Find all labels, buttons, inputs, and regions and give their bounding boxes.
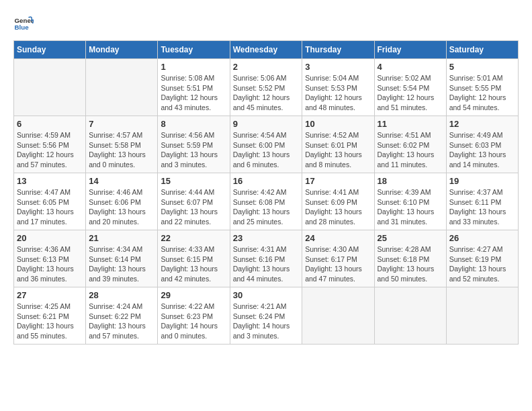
calendar-cell [446, 287, 518, 345]
calendar-table: SundayMondayTuesdayWednesdayThursdayFrid… [13, 40, 519, 345]
day-number: 12 [449, 119, 515, 129]
day-detail: Sunrise: 4:39 AM Sunset: 6:10 PM Dayligh… [378, 187, 443, 227]
week-row-4: 20Sunrise: 4:36 AM Sunset: 6:13 PM Dayli… [14, 230, 519, 287]
day-header-friday: Friday [374, 41, 446, 59]
day-detail: Sunrise: 4:51 AM Sunset: 6:02 PM Dayligh… [378, 130, 443, 170]
calendar-cell: 7Sunrise: 4:57 AM Sunset: 5:58 PM Daylig… [86, 116, 158, 173]
calendar-cell [302, 287, 374, 345]
calendar-cell: 8Sunrise: 4:56 AM Sunset: 5:59 PM Daylig… [158, 116, 230, 173]
day-number: 30 [233, 290, 300, 300]
day-detail: Sunrise: 4:54 AM Sunset: 6:00 PM Dayligh… [233, 130, 300, 170]
day-detail: Sunrise: 4:56 AM Sunset: 5:59 PM Dayligh… [161, 130, 226, 170]
calendar-cell: 19Sunrise: 4:37 AM Sunset: 6:11 PM Dayli… [446, 173, 518, 230]
calendar-cell: 24Sunrise: 4:30 AM Sunset: 6:17 PM Dayli… [302, 230, 374, 287]
calendar-cell: 5Sunrise: 5:01 AM Sunset: 5:55 PM Daylig… [446, 59, 518, 116]
day-number: 29 [161, 290, 226, 300]
day-number: 9 [233, 119, 300, 129]
day-header-sunday: Sunday [14, 41, 86, 59]
day-number: 17 [305, 176, 371, 186]
day-detail: Sunrise: 4:36 AM Sunset: 6:13 PM Dayligh… [17, 244, 83, 284]
day-detail: Sunrise: 4:30 AM Sunset: 6:17 PM Dayligh… [305, 244, 371, 284]
day-number: 19 [449, 176, 515, 186]
svg-text:General: General [15, 17, 34, 24]
day-detail: Sunrise: 4:28 AM Sunset: 6:18 PM Dayligh… [378, 244, 443, 284]
day-number: 18 [378, 176, 443, 186]
calendar-cell: 28Sunrise: 4:24 AM Sunset: 6:22 PM Dayli… [86, 287, 158, 345]
day-detail: Sunrise: 5:02 AM Sunset: 5:54 PM Dayligh… [378, 73, 443, 113]
day-detail: Sunrise: 4:37 AM Sunset: 6:11 PM Dayligh… [449, 187, 515, 227]
logo-icon: General Blue [13, 13, 34, 34]
calendar-cell: 23Sunrise: 4:31 AM Sunset: 6:16 PM Dayli… [230, 230, 302, 287]
calendar-cell: 15Sunrise: 4:44 AM Sunset: 6:07 PM Dayli… [158, 173, 230, 230]
svg-text:Blue: Blue [15, 24, 30, 31]
calendar-cell: 26Sunrise: 4:27 AM Sunset: 6:19 PM Dayli… [446, 230, 518, 287]
calendar-header-row: SundayMondayTuesdayWednesdayThursdayFrid… [14, 41, 519, 59]
day-number: 23 [233, 233, 300, 243]
day-header-wednesday: Wednesday [230, 41, 302, 59]
day-detail: Sunrise: 4:42 AM Sunset: 6:08 PM Dayligh… [233, 187, 300, 227]
calendar-cell [86, 59, 158, 116]
day-header-monday: Monday [86, 41, 158, 59]
day-number: 22 [161, 233, 226, 243]
day-header-tuesday: Tuesday [158, 41, 230, 59]
day-number: 28 [89, 290, 154, 300]
calendar-cell: 27Sunrise: 4:25 AM Sunset: 6:21 PM Dayli… [14, 287, 86, 345]
day-detail: Sunrise: 4:44 AM Sunset: 6:07 PM Dayligh… [161, 187, 226, 227]
day-number: 20 [17, 233, 83, 243]
calendar-cell: 10Sunrise: 4:52 AM Sunset: 6:01 PM Dayli… [302, 116, 374, 173]
day-number: 13 [17, 176, 83, 186]
calendar-cell: 21Sunrise: 4:34 AM Sunset: 6:14 PM Dayli… [86, 230, 158, 287]
day-number: 27 [17, 290, 83, 300]
day-number: 11 [378, 119, 443, 129]
calendar-body: 1Sunrise: 5:08 AM Sunset: 5:51 PM Daylig… [14, 59, 519, 345]
day-detail: Sunrise: 4:52 AM Sunset: 6:01 PM Dayligh… [305, 130, 371, 170]
day-detail: Sunrise: 4:33 AM Sunset: 6:15 PM Dayligh… [161, 244, 226, 284]
week-row-1: 1Sunrise: 5:08 AM Sunset: 5:51 PM Daylig… [14, 59, 519, 116]
calendar-cell: 14Sunrise: 4:46 AM Sunset: 6:06 PM Dayli… [86, 173, 158, 230]
day-detail: Sunrise: 5:08 AM Sunset: 5:51 PM Dayligh… [161, 73, 226, 113]
calendar-cell: 3Sunrise: 5:04 AM Sunset: 5:53 PM Daylig… [302, 59, 374, 116]
page-header: General Blue [13, 13, 519, 34]
day-header-thursday: Thursday [302, 41, 374, 59]
calendar-cell: 25Sunrise: 4:28 AM Sunset: 6:18 PM Dayli… [374, 230, 446, 287]
calendar-cell: 16Sunrise: 4:42 AM Sunset: 6:08 PM Dayli… [230, 173, 302, 230]
calendar-cell [14, 59, 86, 116]
week-row-2: 6Sunrise: 4:59 AM Sunset: 5:56 PM Daylig… [14, 116, 519, 173]
day-detail: Sunrise: 4:46 AM Sunset: 6:06 PM Dayligh… [89, 187, 154, 227]
calendar-cell: 22Sunrise: 4:33 AM Sunset: 6:15 PM Dayli… [158, 230, 230, 287]
day-number: 8 [161, 119, 226, 129]
calendar-cell: 6Sunrise: 4:59 AM Sunset: 5:56 PM Daylig… [14, 116, 86, 173]
day-detail: Sunrise: 4:24 AM Sunset: 6:22 PM Dayligh… [89, 302, 154, 341]
day-detail: Sunrise: 5:01 AM Sunset: 5:55 PM Dayligh… [449, 73, 515, 113]
calendar-cell: 12Sunrise: 4:49 AM Sunset: 6:03 PM Dayli… [446, 116, 518, 173]
day-detail: Sunrise: 5:06 AM Sunset: 5:52 PM Dayligh… [233, 73, 300, 113]
calendar-cell: 30Sunrise: 4:21 AM Sunset: 6:24 PM Dayli… [230, 287, 302, 345]
day-detail: Sunrise: 4:47 AM Sunset: 6:05 PM Dayligh… [17, 187, 83, 227]
day-detail: Sunrise: 4:25 AM Sunset: 6:21 PM Dayligh… [17, 302, 83, 341]
calendar-cell: 9Sunrise: 4:54 AM Sunset: 6:00 PM Daylig… [230, 116, 302, 173]
calendar-cell: 11Sunrise: 4:51 AM Sunset: 6:02 PM Dayli… [374, 116, 446, 173]
day-detail: Sunrise: 4:27 AM Sunset: 6:19 PM Dayligh… [449, 244, 515, 284]
day-detail: Sunrise: 4:22 AM Sunset: 6:23 PM Dayligh… [161, 302, 226, 341]
week-row-5: 27Sunrise: 4:25 AM Sunset: 6:21 PM Dayli… [14, 287, 519, 345]
day-detail: Sunrise: 4:41 AM Sunset: 6:09 PM Dayligh… [305, 187, 371, 227]
day-number: 4 [378, 62, 443, 72]
calendar-cell: 2Sunrise: 5:06 AM Sunset: 5:52 PM Daylig… [230, 59, 302, 116]
day-detail: Sunrise: 4:57 AM Sunset: 5:58 PM Dayligh… [89, 130, 154, 170]
day-number: 24 [305, 233, 371, 243]
day-detail: Sunrise: 5:04 AM Sunset: 5:53 PM Dayligh… [305, 73, 371, 113]
calendar-cell: 1Sunrise: 5:08 AM Sunset: 5:51 PM Daylig… [158, 59, 230, 116]
week-row-3: 13Sunrise: 4:47 AM Sunset: 6:05 PM Dayli… [14, 173, 519, 230]
day-detail: Sunrise: 4:34 AM Sunset: 6:14 PM Dayligh… [89, 244, 154, 284]
day-number: 1 [161, 62, 226, 72]
calendar-cell: 17Sunrise: 4:41 AM Sunset: 6:09 PM Dayli… [302, 173, 374, 230]
calendar-cell: 13Sunrise: 4:47 AM Sunset: 6:05 PM Dayli… [14, 173, 86, 230]
logo: General Blue [13, 13, 36, 34]
day-number: 25 [378, 233, 443, 243]
day-number: 3 [305, 62, 371, 72]
calendar-cell: 20Sunrise: 4:36 AM Sunset: 6:13 PM Dayli… [14, 230, 86, 287]
calendar-cell: 4Sunrise: 5:02 AM Sunset: 5:54 PM Daylig… [374, 59, 446, 116]
day-number: 5 [449, 62, 515, 72]
calendar-cell: 18Sunrise: 4:39 AM Sunset: 6:10 PM Dayli… [374, 173, 446, 230]
calendar-cell [374, 287, 446, 345]
